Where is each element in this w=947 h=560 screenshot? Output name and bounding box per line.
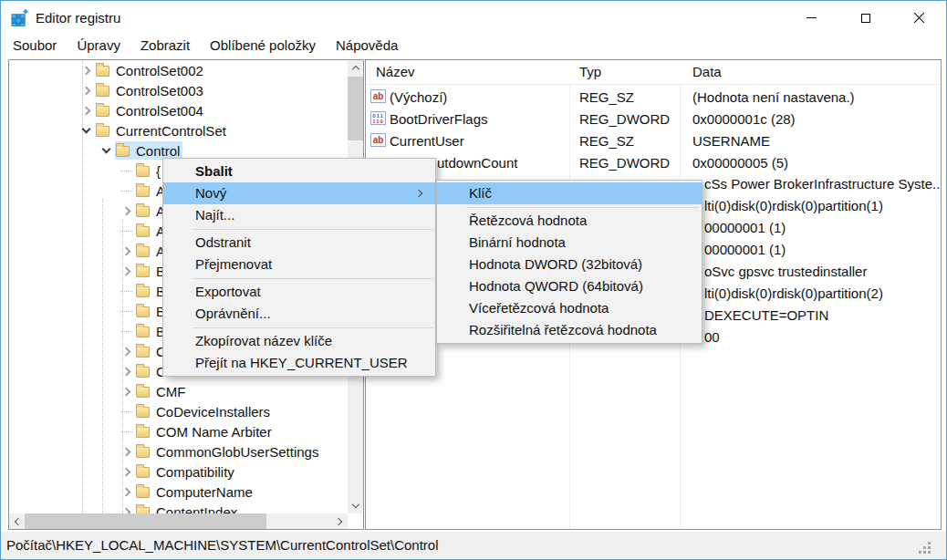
tree-expander[interactable] (117, 361, 135, 381)
tree-expander[interactable] (77, 80, 95, 100)
chevron-right-icon[interactable] (121, 266, 130, 275)
submenu-item-retezcova-hodnota[interactable]: Řetězcová hodnota (437, 210, 702, 232)
context-menu-item-zkopirovat-nazev-klice[interactable]: Zkopírovat název klíče (163, 330, 435, 352)
chevron-right-icon[interactable] (81, 66, 90, 75)
context-menu-item-najit[interactable]: Najít... (163, 204, 435, 226)
chevron-down-icon[interactable] (81, 125, 90, 134)
tree-node[interactable]: ComputerName (135, 482, 255, 501)
chevron-down-icon[interactable] (101, 145, 110, 154)
minimize-button[interactable] (785, 1, 838, 35)
tree-item-compatibility[interactable]: Compatibility (9, 461, 348, 482)
submenu-item-hodnota-qword-64bitova[interactable]: Hodnota QWORD (64bitová) (437, 275, 702, 297)
submenu-item-hodnota-dword-32bitova[interactable]: Hodnota DWORD (32bitová) (437, 254, 702, 275)
tree-node[interactable]: CMF (135, 382, 189, 400)
tree-expander[interactable] (117, 441, 135, 461)
submenu-item-viceretezcova-hodnota[interactable]: Víceřetězcová hodnota (437, 297, 702, 319)
list-row-data-fragment[interactable]: DEXECUTE=OPTIN (704, 307, 828, 323)
tree-item-contentindex[interactable]: ContentIndex (9, 502, 348, 513)
context-menu-item-odstranit[interactable]: Odstranit (163, 232, 435, 254)
context-menu-item-exportovat[interactable]: Exportovat (163, 281, 435, 303)
context-menu-item-opravneni[interactable]: Oprávnění... (163, 303, 435, 325)
chevron-right-icon[interactable] (121, 467, 130, 476)
close-button[interactable] (892, 1, 946, 35)
tree-node[interactable]: CoDeviceInstallers (135, 402, 273, 420)
tree-expander[interactable] (117, 381, 135, 401)
chevron-right-icon[interactable] (121, 246, 130, 255)
tree-item-com-name-arbiter[interactable]: COM Name Arbiter (9, 421, 348, 441)
tree-node[interactable]: CurrentControlSet (95, 121, 229, 140)
chevron-right-icon[interactable] (121, 507, 130, 513)
tree-expander[interactable] (117, 502, 135, 513)
tree-expander[interactable] (117, 241, 135, 261)
list-row-bootdriverflags[interactable]: 011110BootDriverFlagsREG_DWORD0x0000001c… (366, 108, 941, 130)
menubar-item-soubor[interactable]: Soubor (3, 36, 67, 58)
chevron-right-icon[interactable] (121, 206, 130, 215)
tree-expander[interactable] (117, 201, 135, 221)
scroll-up-button[interactable] (348, 60, 363, 76)
tree-expander[interactable] (77, 100, 95, 120)
tree-item-controlset003[interactable]: ControlSet003 (9, 80, 348, 100)
tree-node[interactable]: ControlSet003 (95, 81, 206, 99)
tree-expander[interactable] (117, 482, 135, 502)
tree-node[interactable]: CommonGlobUserSettings (135, 442, 321, 461)
chevron-right-icon[interactable] (121, 387, 130, 396)
submenu-item-klic[interactable]: Klíč (437, 182, 702, 204)
vertical-scroll-thumb[interactable] (348, 77, 363, 140)
tree-expander[interactable] (77, 60, 95, 80)
tree-expander[interactable] (77, 120, 95, 140)
scroll-right-button[interactable] (332, 513, 348, 529)
context-menu-item-prejit-na-hkey-current-user[interactable]: Přejít na HKEY_CURRENT_USER (163, 352, 435, 374)
tree-node[interactable]: { (135, 161, 163, 180)
submenu-item-binarni-hodnota[interactable]: Binární hodnota (437, 232, 702, 254)
tree-item-currentcontrolset[interactable]: CurrentControlSet (9, 120, 348, 140)
context-menu-item-sbalit[interactable]: Sbalit (163, 161, 435, 182)
list-row-data-fragment[interactable]: 00000001 (1) (704, 220, 786, 235)
chevron-right-icon[interactable] (81, 86, 90, 95)
list-row-currentuser[interactable]: abCurrentUserREG_SZUSERNAME (366, 130, 941, 151)
tree-expander[interactable] (97, 140, 115, 161)
tree-expander[interactable] (117, 461, 135, 482)
tree-expander[interactable] (117, 261, 135, 281)
menubar-item-napoveda[interactable]: Nápověda (326, 36, 408, 58)
tree-item-codeviceinstallers[interactable]: CoDeviceInstallers (9, 401, 348, 421)
scroll-down-button[interactable] (348, 498, 363, 513)
tree-item-cmf[interactable]: CMF (9, 381, 348, 401)
chevron-right-icon[interactable] (121, 447, 130, 456)
context-menu-item-prejmenovat[interactable]: Přejmenovat (163, 254, 435, 275)
tree-horizontal-scrollbar[interactable] (9, 513, 348, 529)
list-row-data-fragment[interactable]: lti(0)disk(0)rdisk(0)partition(2) (704, 285, 883, 301)
chevron-right-icon[interactable] (121, 347, 130, 356)
submenu-item-rozsiritelna-retezcova-hodnota[interactable]: Rozšiřitelná řetězcová hodnota (437, 319, 702, 341)
tree-item-computername[interactable]: ComputerName (9, 482, 348, 502)
menubar-item-zobrazit[interactable]: Zobrazit (130, 36, 200, 58)
title-bar[interactable]: Editor registru (1, 1, 946, 36)
tree-expander[interactable] (117, 341, 135, 361)
chevron-right-icon[interactable] (121, 367, 130, 376)
context-menu-item-novy[interactable]: Nový (163, 182, 435, 204)
tree-node[interactable]: Control (115, 141, 182, 160)
maximize-button[interactable] (838, 1, 892, 35)
tree-node[interactable]: COM Name Arbiter (135, 422, 275, 441)
list-row-data-fragment[interactable]: oSvc gpsvc trustedinstaller (704, 264, 867, 279)
chevron-right-icon[interactable] (81, 106, 90, 115)
resize-grip-icon[interactable] (928, 542, 931, 544)
tree-node[interactable]: ControlSet002 (95, 61, 206, 79)
tree-item-controlset004[interactable]: ControlSet004 (9, 100, 348, 120)
horizontal-scroll-thumb[interactable] (25, 513, 266, 529)
list-row-data-fragment[interactable]: 00 (704, 329, 720, 345)
list-row-vychozi[interactable]: ab(Výchozí)REG_SZ(Hodnota není nastavena… (366, 86, 941, 108)
tree-item-controlset002[interactable]: ControlSet002 (9, 60, 348, 80)
menubar-item-oblibene-polozky[interactable]: Oblíbené položky (200, 36, 326, 58)
list-row-data-fragment[interactable]: cSs Power BrokerInfrastructure Syste... (704, 176, 942, 192)
tree-node[interactable]: ControlSet004 (95, 101, 206, 119)
menubar-item-upravy[interactable]: Úpravy (67, 36, 130, 58)
binary-digits: 110 (372, 119, 384, 124)
tree-item-commonglobusersettings[interactable]: CommonGlobUserSettings (9, 441, 348, 461)
list-row-data-fragment[interactable]: 00000001 (1) (704, 242, 786, 257)
tree-node[interactable]: Compatibility (135, 462, 237, 481)
list-row-data-fragment[interactable]: lti(0)disk(0)rdisk(0)partition(1) (704, 198, 883, 213)
list-row-utdowncount[interactable]: utdownCountREG_DWORD0x00000005 (5) (366, 151, 941, 173)
chevron-right-icon[interactable] (121, 487, 130, 496)
tree-node[interactable]: ContentIndex (135, 503, 240, 513)
scroll-left-button[interactable] (9, 513, 25, 529)
